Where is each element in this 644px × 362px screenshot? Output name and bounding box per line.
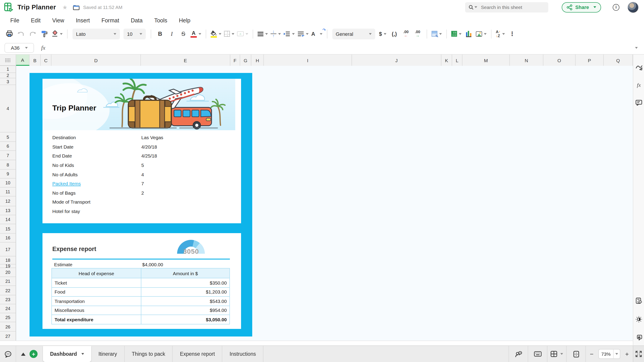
row-header-23[interactable]: 23 [0, 295, 16, 304]
expense-amount-cell[interactable]: $350.00 [141, 278, 230, 287]
row-header-13[interactable]: 13 [0, 206, 16, 215]
menu-view[interactable]: View [46, 17, 70, 24]
row-header-14[interactable]: 14 [0, 215, 16, 224]
increase-decimal-button[interactable]: .00→ [413, 29, 422, 39]
row-header-8[interactable]: 8 [0, 160, 16, 170]
sheet-tab-instructions[interactable]: Instructions [222, 346, 264, 362]
detail-label[interactable]: Hotel for stay [52, 209, 141, 214]
name-box-chevron-icon[interactable] [25, 47, 28, 49]
wrap-text-chevron-icon[interactable] [306, 33, 308, 35]
sort-button[interactable]: A↑↓Z [496, 29, 505, 39]
active-tab-chevron-icon[interactable] [82, 353, 84, 355]
app-logo-icon[interactable] [4, 3, 13, 12]
user-avatar[interactable] [628, 2, 639, 13]
vertical-align-chevron-icon[interactable] [278, 33, 281, 35]
info-button[interactable]: i [613, 4, 620, 11]
row-header-18[interactable]: 18 [0, 256, 16, 264]
row-header-19[interactable]: 19 [0, 264, 16, 268]
row-header-25[interactable]: 25 [0, 313, 16, 322]
conditional-format-button[interactable] [431, 29, 442, 39]
expense-label-cell[interactable]: Miscellaneous [52, 306, 141, 314]
detail-value[interactable]: 7 [141, 181, 144, 186]
row-header-15[interactable]: 15 [0, 224, 16, 234]
column-header-D[interactable]: D [52, 55, 141, 66]
preview-panel-icon[interactable] [633, 296, 644, 305]
wrap-text-button[interactable] [298, 29, 308, 39]
insert-image-button[interactable] [476, 29, 486, 39]
sheet-search[interactable] [465, 2, 548, 12]
comma-format-button[interactable]: (,) [390, 29, 399, 39]
column-header-K[interactable]: K [442, 55, 452, 66]
detail-label[interactable]: Start Date [52, 144, 141, 149]
expense-amount-cell[interactable]: $954.00 [141, 306, 230, 314]
row-header-16[interactable]: 16 [0, 234, 16, 242]
column-header-B[interactable]: B [30, 55, 41, 66]
row-header-21[interactable]: 21 [0, 277, 16, 286]
sort-chevron-icon[interactable] [502, 33, 505, 35]
add-sheet-button[interactable]: + [30, 350, 38, 358]
row-header-2[interactable]: 2 [0, 73, 16, 78]
menu-tools[interactable]: Tools [148, 17, 173, 24]
estimate-row[interactable]: Estimate $4,000.00 [54, 260, 230, 268]
row-header-11[interactable]: 11 [0, 187, 16, 196]
expense-label-cell[interactable]: Ticket [52, 278, 141, 287]
estimate-label[interactable]: Estimate [54, 262, 142, 267]
expense-header-cell[interactable]: Head of expense [52, 268, 141, 278]
menu-insert[interactable]: Insert [70, 17, 96, 24]
folder-icon[interactable] [73, 4, 80, 10]
row-header-26[interactable]: 26 [0, 322, 16, 331]
row-header-20[interactable]: 20 [0, 268, 16, 277]
function-panel-icon[interactable]: fx [633, 81, 644, 90]
horizontal-align-button[interactable] [258, 29, 268, 39]
indent-chevron-icon[interactable] [292, 33, 295, 35]
expense-amount-cell[interactable]: $543.00 [141, 297, 230, 305]
menu-help[interactable]: Help [173, 17, 196, 24]
keyboard-shortcuts-icon[interactable] [528, 346, 547, 362]
cell-name-box[interactable]: A36 [4, 43, 34, 53]
more-tools-button[interactable]: ⋮ [508, 29, 516, 39]
fullscreen-button[interactable] [633, 346, 644, 362]
row-header-9[interactable]: 9 [0, 170, 16, 179]
print-button[interactable] [5, 29, 14, 39]
detail-value[interactable]: 2 [141, 190, 144, 196]
sheet-tab-dashboard[interactable]: Dashboard [43, 346, 91, 362]
column-header-Q[interactable]: Q [604, 55, 633, 66]
comments-panel-icon[interactable] [633, 98, 644, 107]
decrease-decimal-button[interactable]: .00← [402, 29, 410, 39]
expense-label-cell[interactable]: Food [52, 287, 141, 296]
fit-to-screen-button[interactable] [567, 346, 586, 362]
text-color-button[interactable]: A [190, 29, 201, 39]
row-header-24[interactable]: 24 [0, 304, 16, 313]
detail-value[interactable]: 5 [141, 162, 144, 168]
menu-format[interactable]: Format [96, 17, 125, 24]
borders-button[interactable] [224, 29, 234, 39]
merge-cells-button[interactable]: a [237, 29, 248, 39]
detail-label[interactable]: Destination [52, 135, 141, 140]
column-header-J[interactable]: J [352, 55, 442, 66]
discuss-icon[interactable] [509, 346, 528, 362]
row-header-17[interactable]: 17 [0, 242, 16, 256]
column-header-C[interactable]: C [41, 55, 52, 66]
zoom-in-button[interactable]: + [624, 350, 630, 357]
clear-format-button[interactable] [52, 29, 62, 39]
select-all-corner[interactable] [0, 55, 16, 66]
row-header-3[interactable]: 3 [0, 78, 16, 85]
insert-chart-button[interactable] [464, 29, 473, 39]
text-rotation-chevron-icon[interactable] [320, 33, 322, 35]
horizontal-align-chevron-icon[interactable] [265, 33, 268, 35]
row-header-10[interactable]: 10 [0, 179, 16, 187]
vertical-align-button[interactable]: ↓↑ [270, 29, 281, 39]
detail-value[interactable]: Las Vegas [141, 135, 163, 140]
expense-amount-cell[interactable]: $1,203.00 [141, 287, 230, 296]
expense-label-cell[interactable]: Transportation [52, 297, 141, 305]
merge-chevron-icon[interactable] [246, 33, 248, 35]
brightness-toggle-icon[interactable] [633, 314, 644, 323]
sheet-tab-things-to-pack[interactable]: Things to pack [124, 346, 173, 362]
favorite-star-icon[interactable]: ★ [62, 4, 67, 11]
row-header-27[interactable]: 27 [0, 331, 16, 340]
currency-format-button[interactable]: $ [378, 29, 387, 39]
detail-label[interactable]: End Date [52, 153, 141, 159]
bold-button[interactable]: B [156, 29, 164, 39]
undo-button[interactable] [16, 29, 26, 39]
column-header-E[interactable]: E [141, 55, 230, 66]
